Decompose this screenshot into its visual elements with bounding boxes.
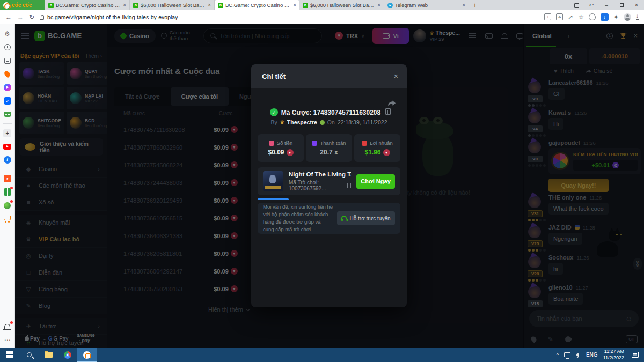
more-options-icon[interactable]: ⋯	[3, 336, 12, 344]
modal-title: Chi tiết	[262, 72, 286, 80]
address-bar-actions: ↓ A ↗ ☆ ↓ ✦ ↓	[544, 13, 639, 21]
url-text[interactable]: bc.game/vi/game/night-of-the-living-tale…	[47, 14, 178, 20]
browser-tab[interactable]: bBC.Game: Crypto Casino Gan×	[45, 0, 130, 10]
telegram-favicon-icon: ▸	[387, 3, 393, 8]
translate-icon[interactable]: A	[556, 13, 563, 20]
tab-close-icon[interactable]: ×	[293, 2, 296, 8]
bet-details-modal: Chi tiết × ✓ Mã Cược: 174830745711163020…	[251, 64, 407, 307]
browser-tab[interactable]: bBC.Game: Crypto Casino Gan×	[215, 0, 299, 10]
bet-stats: Số tiền$0.09▼Thanh toán20.7 xLợi nhuận$1…	[258, 134, 400, 162]
game-thumbnail[interactable]	[263, 171, 283, 191]
bcgame-favicon-icon: b	[133, 3, 138, 8]
input-language[interactable]: ENG	[586, 352, 598, 358]
copy-game-id-icon[interactable]	[347, 183, 351, 188]
share-page-icon[interactable]: ↗	[568, 14, 573, 20]
bet-id-row: ✓ Mã Cược: 1748307457111630208	[251, 108, 407, 116]
notification-bell-icon[interactable]	[3, 322, 12, 331]
adblock-shield-icon[interactable]	[589, 13, 596, 20]
game-ball-icon[interactable]	[3, 201, 12, 210]
browser-tab[interactable]: ▸Telegram Web×	[384, 0, 469, 10]
settings-gear-icon[interactable]: ⚙	[3, 29, 12, 38]
support-note: Mọi vấn đề, xin vui lòng liên hệ với bộ …	[263, 203, 333, 233]
file-explorer-icon[interactable]	[39, 348, 58, 362]
lock-icon	[40, 17, 44, 20]
sidebar-divider	[3, 169, 12, 169]
games-icon[interactable]	[3, 110, 12, 119]
extensions-icon[interactable]: ✦	[613, 14, 619, 20]
share-bet-icon[interactable]	[387, 99, 396, 108]
back-icon[interactable]: ←	[5, 14, 12, 20]
start-button[interactable]	[0, 348, 19, 362]
facebook-icon[interactable]: f	[3, 156, 12, 164]
maximize-button[interactable]	[614, 0, 629, 10]
add-shortcut-icon[interactable]: +	[3, 129, 12, 137]
tray-expand-icon[interactable]: ^	[557, 352, 559, 358]
history-clock-icon[interactable]	[3, 43, 12, 51]
headset-icon	[341, 216, 347, 219]
close-window-button[interactable]: ×	[629, 0, 644, 10]
profile-avatar[interactable]	[624, 13, 631, 21]
address-bar: ← → ↻ bc.game/vi/game/night-of-the-livin…	[0, 10, 644, 24]
support-section: Mọi vấn đề, xin vui lòng liên hệ với bộ …	[258, 203, 400, 234]
youtube-icon[interactable]	[3, 142, 12, 151]
game-id-value: 10073067592...	[289, 186, 326, 191]
modal-close-icon[interactable]: ×	[394, 72, 398, 80]
new-tab-button[interactable]: +	[469, 0, 481, 10]
stat-value: $0.09▼	[268, 149, 293, 156]
coccoc-taskbar-icon[interactable]	[77, 348, 97, 362]
minimize-button[interactable]: –	[599, 0, 614, 10]
stat-label: Thanh toán	[320, 140, 346, 146]
tab-list: bBC.Game: Crypto Casino Gan×b$6,000 Hall…	[45, 0, 469, 10]
tab-close-icon[interactable]: ×	[208, 2, 211, 8]
stat-icon	[269, 141, 274, 146]
messenger-icon[interactable]	[3, 83, 12, 92]
send-to-device-icon[interactable]: ↓	[544, 13, 551, 20]
news-feed-icon[interactable]	[3, 56, 12, 65]
network-icon[interactable]	[564, 352, 570, 357]
stat-card: Số tiền$0.09▼	[258, 134, 304, 162]
stat-card: Thanh toán20.7 x	[306, 134, 352, 162]
bcgame-favicon-icon: b	[218, 3, 223, 8]
bet-author-row: By ♛ Thespectre On 22:18:39, 1/11/2022	[251, 119, 407, 125]
hot-trending-icon[interactable]	[3, 70, 12, 78]
window-controls: ↩ – ×	[569, 0, 644, 10]
bookmark-star-icon[interactable]: ☆	[578, 14, 584, 20]
tab-close-icon[interactable]: ×	[462, 2, 465, 8]
live-support-button[interactable]: Hỗ trợ trực tuyến	[337, 211, 395, 225]
action-center-icon[interactable]	[632, 352, 639, 358]
play-now-button[interactable]: Chơi Ngay	[356, 174, 395, 189]
copy-bet-id-icon[interactable]	[384, 110, 388, 115]
browser-tab[interactable]: b$6,000 Halloween Slot Battle×	[299, 0, 384, 10]
coccoc-brand[interactable]: cốc cốc	[0, 0, 45, 10]
tab-close-icon[interactable]: ×	[123, 2, 126, 8]
tiki-shop-icon[interactable]: t	[3, 174, 12, 183]
tab-title: $6,000 Halloween Slot Battle	[310, 2, 375, 8]
shopping-cart-icon[interactable]	[3, 215, 12, 223]
game-title: Night Of The Living Tales	[289, 171, 351, 178]
taskbar-search-icon[interactable]	[19, 348, 39, 362]
browser-tab[interactable]: b$6,000 Halloween Slot Battle×	[130, 0, 215, 10]
stat-value: $1.96▼	[364, 149, 390, 156]
downloads-tray-icon[interactable]: ↓	[636, 14, 639, 20]
modal-header: Chi tiết ×	[251, 64, 407, 88]
gift-rewards-icon[interactable]	[3, 188, 12, 196]
url-box[interactable]: bc.game/vi/game/night-of-the-living-tale…	[40, 14, 539, 20]
stat-label: Số tiền	[277, 140, 293, 146]
zalo-icon[interactable]: Z	[3, 97, 12, 105]
download-manager-icon[interactable]: ↓	[601, 13, 609, 21]
system-tray: ^ ENG 11:27 AM 11/2/2022	[557, 349, 644, 361]
update-arrow-icon[interactable]: ↩	[584, 0, 599, 10]
game-card: Night Of The Living Tales Mã Trò chơi: 1…	[258, 167, 400, 195]
volume-icon[interactable]	[576, 353, 579, 357]
stat-card: Lợi nhuận$1.96▼	[354, 134, 400, 162]
browser-sidebar: ⚙ Z + f t ⋯	[0, 24, 15, 348]
sidebar-divider	[3, 123, 12, 124]
taskbar-clock[interactable]: 11:27 AM 11/2/2022	[603, 349, 624, 361]
reader-mode-icon[interactable]	[569, 0, 584, 10]
chrome-icon[interactable]	[58, 348, 77, 362]
reload-icon[interactable]: ↻	[29, 14, 34, 20]
player-name-link[interactable]: Thespectre	[287, 119, 317, 125]
bcgame-app: b BC.GAME Đặc quyền VIP của tôi Thêm › T…	[15, 24, 644, 348]
coccoc-brand-label: cốc cốc	[12, 2, 32, 8]
tab-close-icon[interactable]: ×	[377, 2, 380, 8]
